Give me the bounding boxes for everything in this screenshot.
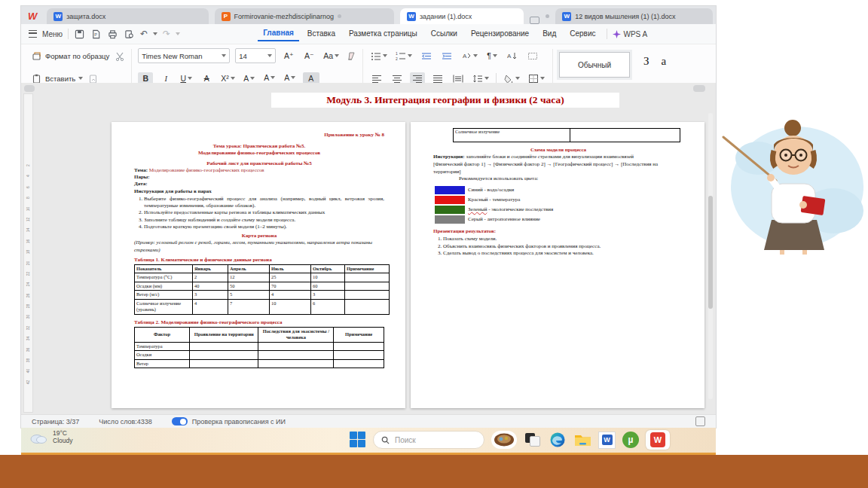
table-cell: Температура (°C) [135,273,193,282]
start-button[interactable] [350,432,366,448]
task-view-icon[interactable] [524,431,542,449]
table-cell [345,291,390,299]
increase-indent-button[interactable] [439,50,454,63]
green-swatch [435,206,465,214]
table-cell: 40 [193,282,228,290]
bullet-list-button[interactable] [369,50,389,63]
tab-glavnaya[interactable]: Главная [258,26,299,41]
collapse-ribbon-icon[interactable] [693,85,705,92]
tab-formirovanie-pdf[interactable]: P Formirovanie-mezhdisciplinarnog [215,8,394,24]
font-name-select[interactable]: Times New Roman [138,48,230,63]
format-painter-button[interactable]: Формат по образцу [32,51,109,61]
layout-mode-icon[interactable] [695,416,705,426]
table-cell [334,351,384,359]
legend-item: Красный - температура [435,196,683,204]
table-cell: 5 [228,291,270,299]
table-row: Температура (°C) 2 12 25 10 [135,273,390,282]
svg-text:1: 1 [396,51,398,56]
tab-12-vidov-docx[interactable]: W 12 видов мышления (1) (1).docx [555,8,713,24]
redo-icon[interactable]: ↷ [163,29,170,38]
tab-recenzirovanie[interactable]: Рецензирование [466,27,534,41]
appendix-line: Приложение к уроку № 8 [134,132,384,139]
tab-dot-icon [546,14,549,18]
grow-font-button[interactable]: A⁺ [281,50,296,63]
text-frame-button[interactable] [525,50,540,63]
wps-ai-button[interactable]: WPS A [613,30,648,38]
game-app-icon[interactable] [491,431,517,449]
menu-button[interactable]: Меню [42,30,63,38]
screen: W W защита.docx P Formirovanie-mezhdisci… [0,0,868,488]
print-icon[interactable] [107,29,118,40]
style-current[interactable]: Обычный [559,52,630,78]
shrink-font-button[interactable]: A⁻ [301,50,316,63]
table-cell: Ветер (м/с) [135,291,193,299]
style-preview[interactable]: З [643,55,649,68]
table-cell: Ветер [135,359,190,368]
wps-office-icon[interactable]: W [646,430,670,450]
style-gallery[interactable]: З а [643,55,666,68]
table-cell [334,342,384,350]
menu-icon[interactable] [29,30,37,38]
word-file-icon: W [53,12,63,21]
teacher-illustration [713,105,868,256]
ruler-toggle-icon[interactable] [24,85,35,92]
tab-vid[interactable]: Вид [537,27,561,41]
asian-layout-button[interactable]: A [460,50,479,63]
table2-heading: Таблица 2. Моделирование физико-географи… [134,319,384,326]
table-header: Январь [193,264,228,273]
search-placeholder: Поиск [395,436,416,444]
tab-zashchita-docx[interactable]: W защита.docx [47,8,208,24]
table-row: Температура [135,342,384,350]
divider [496,73,497,84]
red-swatch [435,196,465,204]
list-item: Объяснить взаимосвязь физических факторо… [443,243,683,250]
save-icon[interactable] [74,29,85,40]
weather-widget[interactable]: 19°C Cloudy [29,430,72,445]
paste-special-icon[interactable] [88,74,99,84]
decrease-indent-button[interactable] [419,50,434,63]
table-cell: 60 [311,282,345,290]
edge-browser-icon[interactable] [549,431,567,449]
tab-zadanii-docx-active[interactable]: W задании (1).docx [400,8,524,24]
vertical-ruler[interactable]: 24681012141618202224262830323436384042 [23,93,33,413]
paragraph-group: 12 A ¶ A [363,47,552,87]
tab-servis[interactable]: Сервис [564,27,601,41]
table-cell: 6 [311,299,345,314]
numbered-list-button[interactable]: 12 [394,50,414,63]
change-case-button[interactable]: Aa [322,50,341,63]
spellcheck-control[interactable]: Проверка правописания с ИИ [172,417,286,425]
utorrent-icon[interactable]: µ [622,432,639,448]
chevron-down-icon [222,54,226,57]
paste-button[interactable]: Вставить [32,74,83,84]
tab-vstavka[interactable]: Вставка [302,27,341,41]
table-cell [258,351,334,359]
wps-logo-icon[interactable]: W [24,8,41,23]
file-explorer-icon[interactable] [573,431,591,449]
undo-dropdown-icon[interactable] [153,32,157,35]
toggle-on-icon[interactable] [172,417,188,425]
cut-icon[interactable] [115,51,125,61]
font-size-select[interactable]: 14 [235,48,276,63]
sort-button[interactable]: A [505,50,520,63]
clear-format-icon[interactable] [346,51,356,61]
tab-razmetka[interactable]: Разметка страницы [344,27,423,41]
window-mode-icon[interactable] [530,17,539,24]
undo-icon[interactable]: ↶ [140,29,148,38]
page-right[interactable]: Солнечное излучение Схема модели процесс… [411,122,704,408]
page-left[interactable]: Приложение к уроку № 8 Тема урока: Практ… [112,122,405,408]
instructions-heading: Инструкция для работы в парах [134,188,384,195]
export-pdf-icon[interactable]: P [90,29,102,40]
word-app-icon[interactable]: W [598,432,616,449]
tab-ssylki[interactable]: Ссылки [426,27,463,41]
table-cell [334,359,384,368]
show-marks-button[interactable]: ¶ [484,50,500,63]
table-cell: Осадки [135,351,190,359]
svg-text:P: P [94,32,97,37]
toolbar-more-icon[interactable] [176,32,180,35]
search-input[interactable]: Поиск [373,431,484,449]
print-preview-icon[interactable] [124,29,135,40]
table-cell: 10 [311,273,345,282]
ribbon-tab-strip: Главная Вставка Разметка страницы Ссылки… [258,26,601,41]
chevron-down-icon [540,77,545,80]
style-preview[interactable]: а [662,55,667,68]
